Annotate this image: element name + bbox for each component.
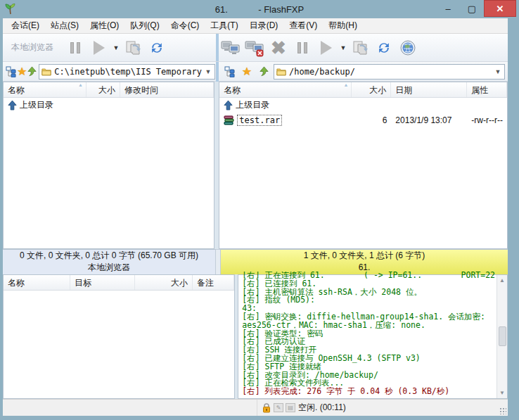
session-log[interactable]: [右] 正在连接到 61. ( -> IP=61.. PORT=22[右] 已连… <box>238 272 496 398</box>
local-pause-button[interactable] <box>63 37 87 59</box>
remote-disconnect-button[interactable] <box>243 37 267 59</box>
local-start-button[interactable] <box>87 37 111 59</box>
column-header-mtime[interactable]: 修改时间 <box>120 82 214 97</box>
local-status-bar: 0 文件, 0 文件夹, 0 总计 0 字节 (65.70 GB 可用) 本地浏… <box>3 249 216 274</box>
transfer-queue-icon <box>124 39 141 56</box>
local-path-value[interactable]: C:\inetpub\temp\IIS Temporary <box>54 67 202 77</box>
menu-view[interactable]: 查看(V) <box>283 18 323 33</box>
close-button[interactable]: ✕ <box>484 0 516 17</box>
remote-browser-button[interactable] <box>396 37 420 59</box>
maximize-button[interactable]: ▢ <box>460 0 484 17</box>
local-status-title: 本地浏览器 <box>3 262 215 274</box>
local-list-body[interactable]: 上级目录 <box>4 98 214 248</box>
star-icon: ★ <box>17 65 27 78</box>
play-icon <box>94 41 105 55</box>
remote-row-parent[interactable]: 上级目录 <box>219 98 507 113</box>
remote-path-dropdown[interactable]: ▼ <box>492 65 504 79</box>
remote-list-body[interactable]: 上级目录 <box>219 98 507 248</box>
queue-column-size[interactable]: 大小 <box>135 275 193 290</box>
remote-connect-button[interactable] <box>219 37 243 59</box>
refresh-icon <box>149 40 165 56</box>
menu-session[interactable]: 会话(E) <box>6 18 45 33</box>
queue-column-name[interactable]: 名称 <box>4 275 70 290</box>
site-tree-icon <box>6 66 17 77</box>
local-favorites-button[interactable]: ★ <box>17 64 27 79</box>
remote-transfer-queue-button[interactable] <box>348 37 372 59</box>
pause-icon <box>70 42 80 53</box>
queue-column-target[interactable]: 目标 <box>70 275 135 290</box>
local-transfer-queue-button[interactable] <box>121 37 145 59</box>
remote-status-counts: 1 文件, 0 文件夹, 1 总计 (6 字节) <box>221 250 508 262</box>
menu-options[interactable]: 属性(O) <box>84 18 124 33</box>
local-browser-label: 本地浏览器 <box>11 42 53 53</box>
menu-help[interactable]: 帮助(H) <box>323 18 363 33</box>
column-header-size[interactable]: 大小 <box>352 82 391 97</box>
star-icon: ★ <box>242 65 252 78</box>
remote-tree-button[interactable] <box>222 64 238 79</box>
site-tree-icon <box>224 66 236 77</box>
remote-path-bar: ★ /home/backup/ ▼ <box>219 64 508 79</box>
column-header-attr[interactable]: 属性 <box>467 82 507 97</box>
menu-queue[interactable]: 队列(Q) <box>124 18 165 33</box>
column-header-date[interactable]: 日期 <box>391 82 467 97</box>
scroll-thumb[interactable] <box>499 326 506 346</box>
local-path-combobox[interactable]: C:\inetpub\temp\IIS Temporary ▼ <box>39 64 215 79</box>
sort-asc-icon: ▲ <box>343 82 348 87</box>
local-start-dropdown[interactable]: ▼ <box>111 37 121 59</box>
remote-abort-button[interactable]: ✖ <box>267 37 290 59</box>
scroll-down-icon[interactable]: ▼ <box>499 388 505 398</box>
toolbar-remote: ✖ ▼ <box>219 34 508 61</box>
remote-row-file[interactable]: test.rar 6 2013/1/9 13:07 -rw-r--r-- <box>219 113 507 127</box>
parent-dir-icon <box>224 101 233 110</box>
local-up-dir-button[interactable] <box>27 64 37 79</box>
log-scrollbar[interactable]: ▲ ▼ <box>496 275 507 398</box>
pause-icon <box>297 42 307 53</box>
toolbar: 本地浏览器 ▼ <box>3 34 508 62</box>
menu-bar: 会话(E) 站点(S) 属性(O) 队列(Q) 命令(C) 工具(T) 目录(D… <box>3 18 508 34</box>
transfer-monitor-icon[interactable]: ▤ <box>286 403 295 412</box>
remote-pause-button[interactable] <box>290 37 314 59</box>
remote-start-button[interactable] <box>314 37 338 59</box>
column-header-size[interactable]: 大小 <box>86 82 120 97</box>
remote-path-value[interactable]: /home/backup/ <box>289 67 492 77</box>
minimize-button[interactable]: – <box>436 0 460 17</box>
menu-sites[interactable]: 站点(S) <box>45 18 84 33</box>
remote-list-header: 名称▲ 大小 日期 属性 <box>219 82 507 98</box>
menu-commands[interactable]: 命令(C) <box>165 18 205 33</box>
status-bar: ✎ ▤ 空闲. (00:11) <box>3 399 508 416</box>
remote-file-pane: 名称▲ 大小 日期 属性 上级目录 <box>219 82 508 249</box>
lock-icon <box>262 402 271 413</box>
local-row-parent[interactable]: 上级目录 <box>4 98 214 113</box>
title-bar: 61. - FlashFXP – ▢ ✕ <box>0 0 519 18</box>
log-line: [右] 指纹 (MD5): <box>242 296 495 305</box>
menu-tools[interactable]: 工具(T) <box>205 18 243 33</box>
folder-icon <box>41 68 51 76</box>
local-path-dropdown[interactable]: ▼ <box>202 65 214 79</box>
local-tree-button[interactable] <box>6 64 17 79</box>
column-header-name[interactable]: 名称▲ <box>219 82 352 97</box>
remote-path-combobox[interactable]: /home/backup/ ▼ <box>274 64 505 79</box>
statusbar-left-panel <box>3 400 257 416</box>
notes-icon[interactable]: ✎ <box>274 403 283 412</box>
refresh-icon <box>376 40 392 56</box>
remote-up-dir-button[interactable] <box>255 64 272 79</box>
remote-favorites-button[interactable]: ★ <box>238 64 255 79</box>
play-icon <box>321 41 332 55</box>
local-status-counts: 0 文件, 0 文件夹, 0 总计 0 字节 (65.70 GB 可用) <box>3 250 215 262</box>
resize-grip[interactable] <box>499 407 506 414</box>
sort-asc-icon: ▲ <box>78 82 83 87</box>
menu-directory[interactable]: 目录(D) <box>244 18 284 33</box>
remote-start-dropdown[interactable]: ▼ <box>338 37 348 59</box>
transfer-queue-icon <box>352 39 369 56</box>
flashfxp-window: 61. - FlashFXP – ▢ ✕ 会话(E) 站点(S) 属性(O) 队… <box>0 0 519 420</box>
disconnect-icon <box>245 39 264 57</box>
column-header-name[interactable]: 名称▲ <box>4 82 86 97</box>
remote-status-bar: 1 文件, 0 文件夹, 1 总计 (6 字节) 61. <box>220 249 508 274</box>
file-name: 上级目录 <box>236 99 269 111</box>
remote-refresh-button[interactable] <box>372 37 396 59</box>
up-arrow-icon <box>27 66 37 77</box>
queue-column-note[interactable]: 备注 <box>193 275 234 290</box>
local-refresh-button[interactable] <box>145 37 169 59</box>
queue-list-body[interactable] <box>4 291 234 398</box>
scroll-up-icon[interactable]: ▲ <box>499 275 505 286</box>
